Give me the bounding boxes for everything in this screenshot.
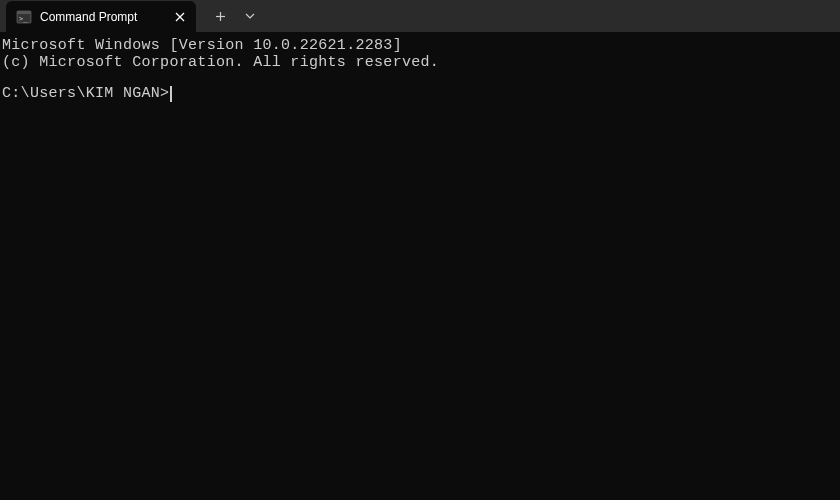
terminal-output[interactable]: Microsoft Windows [Version 10.0.22621.22…: [0, 32, 840, 109]
close-icon[interactable]: [172, 9, 188, 25]
terminal-icon: >_: [16, 9, 32, 25]
version-line: Microsoft Windows [Version 10.0.22621.22…: [2, 38, 838, 55]
prompt-text: C:\Users\KIM NGAN>: [2, 86, 169, 103]
prompt-line: C:\Users\KIM NGAN>: [2, 86, 838, 103]
svg-rect-1: [17, 11, 31, 14]
title-bar: >_ Command Prompt: [0, 0, 840, 32]
tab-dropdown-button[interactable]: [236, 2, 264, 30]
tab-command-prompt[interactable]: >_ Command Prompt: [6, 1, 196, 33]
copyright-line: (c) Microsoft Corporation. All rights re…: [2, 55, 838, 72]
cursor: [170, 86, 172, 102]
svg-text:>_: >_: [19, 15, 28, 23]
tab-title: Command Prompt: [40, 10, 152, 24]
tab-controls: [206, 2, 264, 30]
new-tab-button[interactable]: [206, 2, 234, 30]
